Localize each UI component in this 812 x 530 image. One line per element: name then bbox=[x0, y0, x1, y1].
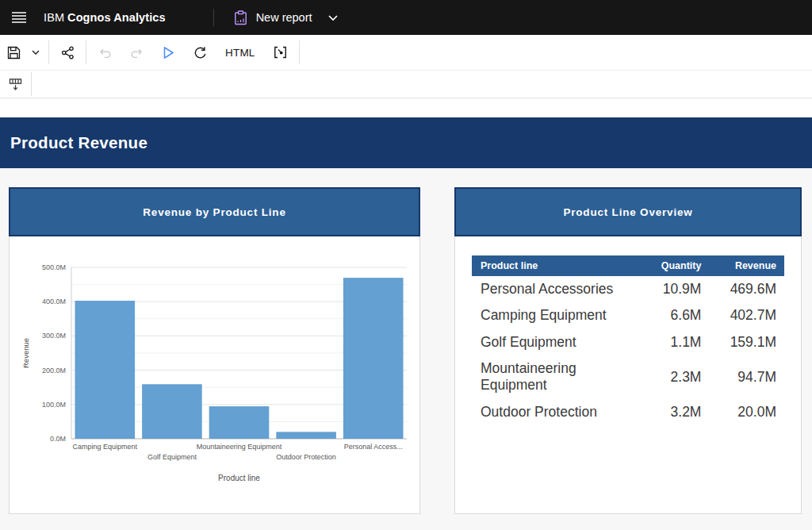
report-title-banner: Product Revenue bbox=[0, 117, 812, 168]
svg-text:Mountaineering Equipment: Mountaineering Equipment bbox=[197, 443, 282, 451]
svg-text:Golf Equipment: Golf Equipment bbox=[147, 453, 197, 461]
cell-revenue: 159.1M bbox=[709, 329, 784, 355]
table-insert-button[interactable] bbox=[2, 72, 29, 96]
redo-icon bbox=[130, 47, 144, 59]
cell-revenue: 94.7M bbox=[709, 355, 784, 399]
table-insert-icon bbox=[9, 78, 22, 91]
page-title: Product Revenue bbox=[10, 133, 147, 152]
run-button[interactable] bbox=[152, 39, 184, 66]
share-button[interactable] bbox=[52, 39, 83, 66]
chevron-down-icon bbox=[328, 15, 338, 21]
cell-quantity: 6.6M bbox=[634, 302, 710, 328]
table-header-row: Product line Quantity Revenue bbox=[472, 255, 784, 276]
svg-text:Personal Access...: Personal Access... bbox=[344, 443, 403, 451]
undo-button[interactable] bbox=[89, 39, 121, 66]
svg-text:400.0M: 400.0M bbox=[42, 298, 66, 305]
chart-card-body: 0.0M100.0M200.0M300.0M400.0M500.0MCampin… bbox=[9, 236, 420, 514]
table-row: Outdoor Protection 3.2M 20.0M bbox=[472, 399, 784, 425]
cell-quantity: 3.2M bbox=[634, 399, 710, 425]
toolbar-divider bbox=[299, 40, 300, 64]
refresh-icon bbox=[193, 46, 207, 60]
nav-divider bbox=[213, 9, 214, 26]
col-header-revenue: Revenue bbox=[709, 255, 784, 276]
app-brand: IBMCognos Analytics bbox=[44, 11, 166, 24]
page-preview-button[interactable] bbox=[265, 39, 297, 66]
svg-text:300.0M: 300.0M bbox=[42, 332, 66, 340]
cell-product-line: Personal Accessories bbox=[472, 276, 634, 302]
cell-revenue: 20.0M bbox=[709, 399, 784, 425]
page-margin-strip bbox=[0, 98, 812, 117]
cell-product-line: Camping Equipment bbox=[472, 302, 634, 328]
save-icon bbox=[7, 46, 21, 60]
svg-text:Product line: Product line bbox=[218, 474, 260, 482]
col-header-quantity: Quantity bbox=[634, 255, 710, 276]
svg-text:100.0M: 100.0M bbox=[42, 401, 66, 409]
cell-revenue: 402.7M bbox=[709, 302, 784, 328]
cell-product-line: Outdoor Protection bbox=[472, 399, 634, 425]
report-name: New report bbox=[256, 11, 312, 24]
top-nav-bar: IBMCognos Analytics New report bbox=[0, 0, 812, 35]
toolbar-divider bbox=[31, 72, 32, 96]
cell-product-line: Golf Equipment bbox=[472, 329, 634, 355]
main-toolbar: HTML bbox=[0, 35, 812, 71]
report-switcher[interactable]: New report bbox=[228, 0, 344, 35]
undo-icon bbox=[98, 47, 112, 59]
save-button[interactable] bbox=[2, 39, 25, 66]
menu-button[interactable] bbox=[0, 0, 38, 35]
table-row: Golf Equipment 1.1M 159.1M bbox=[472, 329, 784, 355]
svg-text:Outdoor Protection: Outdoor Protection bbox=[276, 453, 336, 461]
cognos-analytics-window: IBMCognos Analytics New report bbox=[0, 0, 812, 530]
html-view-button[interactable]: HTML bbox=[216, 39, 265, 66]
refresh-button[interactable] bbox=[184, 39, 216, 66]
cell-quantity: 1.1M bbox=[634, 329, 710, 355]
chart-card: Revenue by Product Line 0.0M100.0M200.0M… bbox=[9, 187, 420, 514]
cell-quantity: 2.3M bbox=[634, 355, 710, 399]
hamburger-menu-icon bbox=[12, 12, 26, 23]
chart-card-header: Revenue by Product Line bbox=[9, 187, 420, 236]
chevron-down-icon bbox=[32, 50, 40, 55]
svg-text:Camping Equipment: Camping Equipment bbox=[73, 443, 138, 451]
toolbar-divider bbox=[48, 40, 49, 64]
col-header-product-line: Product line bbox=[472, 255, 634, 276]
bar-chart[interactable]: 0.0M100.0M200.0M300.0M400.0M500.0MCampin… bbox=[10, 236, 419, 513]
svg-text:Revenue: Revenue bbox=[21, 338, 30, 368]
chart-title: Revenue by Product Line bbox=[143, 206, 285, 218]
cell-quantity: 10.9M bbox=[634, 276, 710, 302]
table-card: Product Line Overview Product line Quant… bbox=[454, 187, 802, 514]
table-title: Product Line Overview bbox=[563, 206, 692, 218]
secondary-toolbar bbox=[0, 71, 812, 98]
save-menu-button[interactable] bbox=[25, 39, 46, 66]
table-row: Camping Equipment 6.6M 402.7M bbox=[472, 302, 784, 328]
product-line-table[interactable]: Product line Quantity Revenue Personal A… bbox=[472, 255, 784, 425]
table-row: Personal Accessories 10.9M 469.6M bbox=[472, 276, 784, 302]
svg-text:200.0M: 200.0M bbox=[42, 367, 66, 374]
toolbar-divider bbox=[86, 40, 86, 64]
redo-button[interactable] bbox=[121, 39, 152, 66]
table-card-body: Product line Quantity Revenue Personal A… bbox=[454, 236, 802, 514]
brand-prefix: IBM bbox=[44, 11, 64, 24]
report-clipboard-icon bbox=[234, 10, 247, 25]
share-icon bbox=[61, 46, 75, 60]
table-card-header: Product Line Overview bbox=[454, 187, 802, 236]
report-page-body: Revenue by Product Line 0.0M100.0M200.0M… bbox=[0, 168, 812, 530]
cell-revenue: 469.6M bbox=[709, 276, 784, 302]
cell-product-line: Mountaineering Equipment bbox=[472, 355, 634, 399]
run-icon bbox=[163, 46, 174, 60]
brand-name: Cognos Analytics bbox=[67, 11, 166, 24]
page-preview-icon bbox=[274, 46, 287, 59]
table-row: Mountaineering Equipment 2.3M 94.7M bbox=[472, 355, 784, 399]
svg-text:0.0M: 0.0M bbox=[50, 435, 66, 443]
svg-text:500.0M: 500.0M bbox=[42, 263, 66, 271]
